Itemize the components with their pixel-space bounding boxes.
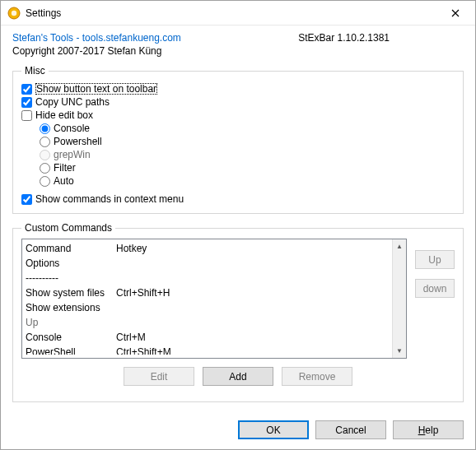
list-item-hotkey: Ctrl+Shift+H <box>116 286 389 299</box>
console-radio-label[interactable]: Console <box>54 123 90 134</box>
custom-commands-group: Custom Commands Command Hotkey Options--… <box>12 222 464 402</box>
list-item-hotkey <box>116 271 389 285</box>
move-down-button[interactable]: down <box>415 279 455 298</box>
list-item[interactable]: ---------- <box>26 271 389 285</box>
remove-button[interactable]: Remove <box>282 367 352 386</box>
settings-window: Settings Stefan's Tools - tools.stefanku… <box>0 0 476 450</box>
hide-edit-label[interactable]: Hide edit box <box>35 109 93 121</box>
version-text: StExBar 1.10.2.1381 <box>298 32 464 44</box>
filter-radio[interactable] <box>40 163 50 174</box>
app-icon <box>7 7 21 20</box>
add-button[interactable]: Add <box>203 367 273 386</box>
misc-group: Misc Show button text on toolbar Copy UN… <box>12 65 464 214</box>
scroll-down-icon[interactable]: ▼ <box>393 344 406 358</box>
powershell-radio[interactable] <box>40 137 50 147</box>
filter-radio-label[interactable]: Filter <box>54 162 76 174</box>
tools-link[interactable]: Stefan's Tools - tools.stefankueng.com <box>12 32 181 44</box>
list-item-command: PowerShell <box>26 346 116 354</box>
edit-button[interactable]: Edit <box>124 367 194 386</box>
custom-commands-legend: Custom Commands <box>21 222 115 234</box>
command-action-buttons: Edit Add Remove <box>21 367 455 386</box>
svg-point-1 <box>12 10 16 15</box>
custom-commands-area: Command Hotkey Options----------Show sys… <box>21 239 455 359</box>
list-item-hotkey <box>116 301 389 314</box>
powershell-radio-label[interactable]: Powershell <box>54 136 102 147</box>
list-item[interactable]: Show extensions <box>26 300 389 315</box>
reorder-buttons: Up down <box>415 239 455 298</box>
show-context-label[interactable]: Show commands in context menu <box>35 193 184 205</box>
copyright-text: Copyright 2007-2017 Stefan Küng <box>12 45 464 57</box>
scroll-up-icon[interactable]: ▲ <box>393 239 406 253</box>
titlebar: Settings <box>1 1 475 26</box>
misc-legend: Misc <box>21 65 49 77</box>
list-item[interactable]: Options <box>26 256 389 271</box>
window-title: Settings <box>26 7 437 19</box>
list-item-hotkey <box>116 316 389 329</box>
dialog-buttons: OK Cancel Help <box>1 415 475 449</box>
list-item-command: Up <box>26 316 116 329</box>
col-hotkey: Hotkey <box>116 242 389 255</box>
list-scrollbar[interactable]: ▲ ▼ <box>392 239 406 358</box>
grepwin-radio <box>40 150 50 160</box>
cancel-button[interactable]: Cancel <box>315 420 386 439</box>
help-button[interactable]: Help <box>393 420 464 439</box>
grepwin-radio-label: grepWin <box>54 149 91 160</box>
commands-listbox[interactable]: Command Hotkey Options----------Show sys… <box>21 239 407 359</box>
list-header: Command Hotkey <box>26 241 389 256</box>
move-up-button[interactable]: Up <box>415 250 455 269</box>
console-radio[interactable] <box>40 123 50 134</box>
col-command: Command <box>26 242 116 255</box>
hide-edit-checkbox[interactable] <box>21 110 32 121</box>
show-button-text-label[interactable]: Show button text on toolbar <box>35 83 157 95</box>
copy-unc-checkbox[interactable] <box>21 97 32 108</box>
edit-mode-radio-group: Console Powershell grepWin Filter Auto <box>40 123 455 187</box>
list-item[interactable]: PowerShellCtrl+Shift+M <box>26 345 389 355</box>
list-item-command: Show system files <box>26 286 116 299</box>
list-item-command: ---------- <box>26 271 116 285</box>
list-item[interactable]: Show system filesCtrl+Shift+H <box>26 285 389 300</box>
header-line: Stefan's Tools - tools.stefankueng.com S… <box>12 32 464 44</box>
ok-button[interactable]: OK <box>238 420 309 439</box>
close-button[interactable] <box>437 2 474 25</box>
list-item-command: Console <box>26 331 116 344</box>
auto-radio-label[interactable]: Auto <box>54 175 74 187</box>
list-item[interactable]: Up <box>26 315 389 330</box>
list-item-hotkey: Ctrl+M <box>116 331 389 344</box>
list-item-command: Show extensions <box>26 301 116 314</box>
list-item-hotkey <box>116 257 389 270</box>
show-button-text-checkbox[interactable] <box>21 84 32 95</box>
show-context-checkbox[interactable] <box>21 194 32 205</box>
dialog-body: Stefan's Tools - tools.stefankueng.com S… <box>1 26 475 415</box>
list-item-command: Options <box>26 257 116 270</box>
copy-unc-label[interactable]: Copy UNC paths <box>35 96 110 108</box>
auto-radio[interactable] <box>40 176 50 187</box>
list-item[interactable]: ConsoleCtrl+M <box>26 330 389 345</box>
list-item-hotkey: Ctrl+Shift+M <box>116 346 389 354</box>
